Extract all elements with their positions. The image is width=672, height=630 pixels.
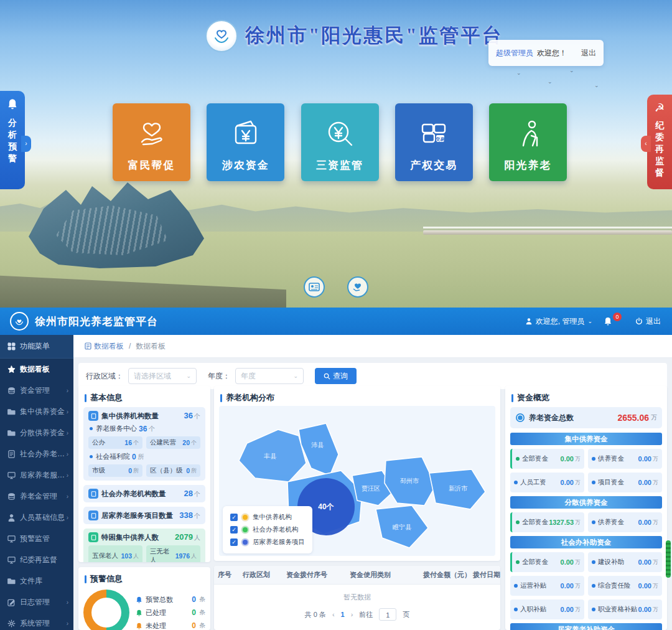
pager-unit: 页: [403, 610, 409, 619]
map-legend: ✓ 集中供养机构✓ 社会办养老机构✓ 居家养老服务项目: [223, 506, 312, 553]
dot-icon: [516, 457, 520, 461]
map-legend-item[interactable]: ✓ 社会办养老机构: [230, 524, 305, 536]
warning-stat-label: 未处理: [146, 621, 166, 630]
map-legend-item[interactable]: ✓ 集中供养机构: [230, 511, 305, 524]
hero-banner: ⌄ ⌄ ⌄ ⌄ 徐州市"阳光惠民"监管平台 超级管理员 欢迎您！ 退出 富民帮促…: [0, 0, 672, 308]
bridge: [423, 219, 672, 244]
pager-next-button[interactable]: ›: [351, 611, 353, 618]
sidebar-item-居家养老服务项目[interactable]: 居家养老服务项目›: [0, 464, 73, 486]
tile-search-yuan[interactable]: 三资监管: [301, 103, 379, 181]
district-label: 贾汪区: [362, 485, 380, 492]
institution-map-panel: 养老机构分布 40个 丰县沛县贾汪区邳州市新沂市睢宁县: [214, 386, 500, 561]
tile-trade-blocks[interactable]: 交易 产权交易: [395, 103, 473, 181]
sidebar-item-预警监管[interactable]: 预警监管: [0, 528, 73, 549]
fund-stat-box: 综合责任险 0.00万: [588, 576, 662, 596]
sidebar-item-日志管理[interactable]: 日志管理›: [0, 591, 73, 613]
scrollbar-thumb[interactable]: [666, 540, 671, 578]
funds-title: 资金概览: [505, 386, 667, 407]
table-column-header: 资金拨付序号: [282, 570, 346, 580]
search-button[interactable]: 查询: [315, 368, 357, 384]
pager-goto-label: 前往: [359, 610, 373, 619]
module-tiles: 富民帮促 涉农资金 三资监管交易 产权交易 阳光养老: [113, 103, 567, 181]
warning-stat-row: 预警总数 0条: [136, 595, 205, 604]
filter-bar: 行政区域： 请选择区域⌄ 年度： 年度⌄ 查询: [78, 363, 667, 389]
sidebar-item-label: 系统管理: [20, 618, 50, 629]
marker-icon: [241, 526, 249, 534]
user-icon: [525, 317, 533, 325]
region-filter-label: 行政区域：: [86, 371, 123, 382]
gear-icon: [7, 619, 16, 628]
table-empty-text: 暂无数据: [214, 585, 500, 608]
discipline-supervision-tab[interactable]: ☭ 纪委再监督 ‹: [647, 95, 672, 189]
welcome-user-menu[interactable]: 欢迎您, 管理员 ⌄: [525, 316, 592, 327]
sidebar-item-label: 文件库: [20, 576, 42, 586]
fund-stat-value: 0.00: [638, 455, 651, 463]
stat-card-value: 338个: [179, 510, 200, 520]
tile-elder[interactable]: 阳光养老: [489, 103, 567, 181]
analysis-warning-tab[interactable]: 分析预警 ›: [0, 91, 25, 189]
stat-chip: 公建民营20个: [146, 436, 200, 449]
search-icon: [324, 373, 330, 380]
logout-button[interactable]: 退出: [635, 316, 661, 327]
health-care-button[interactable]: [347, 276, 368, 298]
pager-goto-input[interactable]: 1: [379, 608, 396, 621]
sidebar-item-资金管理[interactable]: 资金管理›: [0, 380, 73, 401]
folder-icon: [7, 429, 16, 437]
sidebar-item-集中供养资金[interactable]: 集中供养资金›: [0, 401, 73, 422]
idcard-button[interactable]: [304, 276, 325, 298]
hero-logout-button[interactable]: 退出: [581, 48, 596, 59]
warning-stats: 预警总数 0条 已处理 0条 未处理 0条: [129, 590, 205, 630]
breadcrumb-current: 数据看板: [136, 341, 166, 352]
checkbox-checked-icon[interactable]: ✓: [230, 526, 238, 534]
sidebar-item-数据看板[interactable]: 数据看板: [0, 359, 73, 380]
chevron-right-icon: ›: [67, 430, 68, 436]
dashboard-header: 徐州市阳光养老监管平台 欢迎您, 管理员 ⌄ 0 退出: [0, 308, 672, 335]
sidebar-item-养老金管理[interactable]: 养老金管理›: [0, 486, 73, 507]
notifications-button[interactable]: 0: [604, 317, 624, 326]
funds-section-header: 居家养老补助资金: [510, 623, 662, 630]
funds-section-grid: 全部资金 1327.53万 供养资金 0.00万: [505, 512, 667, 532]
dot-icon: [516, 560, 520, 564]
marker-icon: [241, 514, 249, 521]
sidebar-item-纪委再监督[interactable]: 纪委再监督: [0, 549, 73, 570]
bird: ⌄: [569, 67, 574, 73]
pager-prev-button[interactable]: ‹: [332, 611, 335, 618]
dot-icon: [514, 481, 518, 484]
warning-info-panel: 预警信息 预警总数 0条 已处理 0条 未处理 0条 已处理未处理: [78, 567, 210, 630]
breadcrumb: 数据看板 / 数据看板: [73, 335, 672, 358]
year-select[interactable]: 年度⌄: [235, 368, 304, 384]
document-icon: [85, 342, 91, 350]
chevron-right-icon[interactable]: ›: [21, 136, 31, 152]
dot-icon: [592, 560, 595, 564]
fund-stat-value: 0.00: [561, 582, 574, 590]
fund-stat-value: 0.00: [638, 606, 651, 613]
breadcrumb-item[interactable]: 数据看板: [85, 341, 124, 352]
map-title: 养老机构分布: [214, 386, 500, 407]
monitor-icon: [7, 535, 16, 543]
checkbox-checked-icon[interactable]: ✓: [230, 514, 238, 521]
funds-sections: 集中供养资金 全部资金 0.00万 供养资金 0.00万 人员工资 0.00万 …: [505, 433, 667, 630]
sidebar-item-人员基础信息[interactable]: 人员基础信息›: [0, 507, 73, 528]
stat-chip: 五保老人103人: [88, 545, 142, 562]
stat-card-value: 28个: [184, 489, 200, 499]
chevron-right-icon: ›: [67, 514, 68, 521]
party-emblem-icon: ☭: [655, 101, 665, 114]
pager-page-1[interactable]: 1: [341, 611, 345, 618]
fund-stat-value: 0.00: [561, 558, 574, 566]
tile-hand-heart[interactable]: 富民帮促: [113, 103, 190, 181]
sidebar-item-文件库[interactable]: 文件库: [0, 570, 73, 591]
map-legend-item[interactable]: ✓ 居家养老服务项目: [230, 536, 305, 548]
sidebar-item-系统管理[interactable]: 系统管理›: [0, 613, 73, 630]
sidebar-item-分散供养资金[interactable]: 分散供养资金›: [0, 422, 73, 443]
dot-icon: [516, 520, 520, 524]
checkbox-checked-icon[interactable]: ✓: [230, 538, 238, 546]
region-select[interactable]: 请选择区域⌄: [128, 368, 197, 384]
sidebar-item-社会办养老机构[interactable]: 社会办养老机构›: [0, 443, 73, 464]
chevron-left-icon[interactable]: ‹: [641, 136, 651, 152]
tile-wallet-yuan[interactable]: 涉农资金: [207, 103, 284, 181]
stat-card-icon: [88, 510, 98, 520]
tile-label: 三资监管: [316, 158, 363, 172]
fund-stat-value: 0.00: [638, 479, 651, 486]
star-icon: [7, 365, 16, 374]
sidebar-item-label: 集中供养资金: [20, 407, 65, 417]
